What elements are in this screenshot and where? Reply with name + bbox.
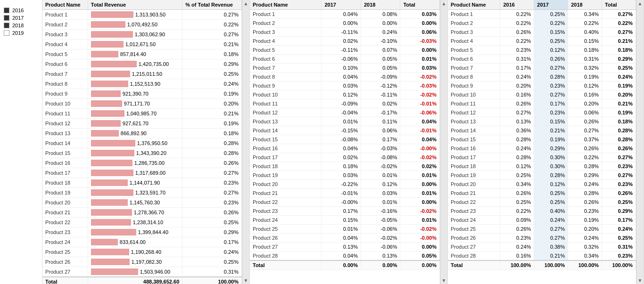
table-row: Product 23 0.17% -0.16% -0.02% bbox=[250, 207, 440, 216]
table2-scrollbar[interactable]: ▲ ▼ bbox=[440, 0, 447, 284]
total-cell: 0.05% bbox=[400, 252, 440, 261]
th2-2018[interactable]: 2018 bbox=[361, 0, 400, 10]
th1-pct[interactable]: % of Total Revenue bbox=[182, 0, 242, 10]
table1-container[interactable]: Product Name Total Revenue % of Total Re… bbox=[42, 0, 242, 284]
total-cell: 0.03% bbox=[400, 64, 440, 73]
pct-cell: 0.22% bbox=[182, 20, 242, 30]
total-row: Total 0.00% 0.00% 0.00% bbox=[250, 260, 440, 270]
y2016-cell: 0.16% bbox=[500, 252, 534, 261]
y2017-cell: 0.12% bbox=[534, 46, 568, 55]
revenue-cell: 1,190,268.40 bbox=[88, 247, 182, 257]
total-y2018: 0.00% bbox=[361, 260, 400, 270]
th1-name[interactable]: Product Name bbox=[42, 0, 88, 10]
table-row: Product 5 -0.11% 0.07% 0.00% bbox=[250, 46, 440, 55]
th2-name[interactable]: Product Name bbox=[250, 0, 322, 10]
product-name: Product 14 bbox=[42, 138, 88, 148]
y2017-cell: 0.01% bbox=[322, 225, 361, 234]
th2-total[interactable]: Total bbox=[400, 0, 440, 10]
th3-2017[interactable]: 2017 bbox=[534, 0, 568, 10]
pct-cell: 0.28% bbox=[182, 138, 242, 148]
y2018-cell: -0.12% bbox=[361, 81, 400, 90]
scroll-down-icon[interactable]: ▼ bbox=[244, 278, 248, 283]
y2017-cell: 0.25% bbox=[534, 10, 568, 19]
legend-item-2016[interactable]: 2016 bbox=[4, 8, 38, 13]
table-row: Product 7 1,215,011.50 0.25% bbox=[42, 69, 242, 79]
product-name: Product 18 bbox=[448, 162, 500, 171]
pct-cell: 0.21% bbox=[182, 40, 242, 49]
table1-scrollbar[interactable]: ▲ ▼ bbox=[242, 0, 249, 284]
table-row: Product 8 1,152,513.90 0.24% bbox=[42, 79, 242, 89]
scroll-up-icon2[interactable]: ▲ bbox=[442, 1, 446, 6]
th2-2017[interactable]: 2017 bbox=[322, 0, 361, 10]
th3-2018[interactable]: 2018 bbox=[568, 0, 602, 10]
y2017-cell: 0.19% bbox=[534, 135, 568, 144]
th3-name[interactable]: Product Name bbox=[448, 0, 500, 10]
y2017-cell: 0.40% bbox=[534, 207, 568, 216]
table-row: Product 22 1,238,314.10 0.25% bbox=[42, 218, 242, 227]
y2018-cell: 0.31% bbox=[568, 55, 602, 64]
table-row: Product 26 0.04% -0.02% -0.00% bbox=[250, 234, 440, 243]
table-row: Product 4 0.02% -0.10% -0.03% bbox=[250, 37, 440, 46]
revenue-cell: 1,197,082.30 bbox=[88, 257, 182, 267]
table-row: Product 12 927,621.70 0.19% bbox=[42, 119, 242, 129]
total-cell: 0.17% bbox=[602, 216, 636, 225]
table-row: Product 22 -0.00% 0.01% 0.00% bbox=[250, 198, 440, 207]
revenue-cell: 921,390.70 bbox=[88, 89, 182, 99]
product-name: Product 22 bbox=[448, 198, 500, 207]
panel-1: Product Name Total Revenue % of Total Re… bbox=[42, 0, 250, 284]
revenue-cell: 833,614.00 bbox=[88, 237, 182, 247]
legend-item-2018[interactable]: 2018 bbox=[4, 23, 38, 28]
table2-container[interactable]: Product Name 2017 2018 Total Product 1 0… bbox=[250, 0, 440, 284]
y2017-cell: -0.15% bbox=[322, 126, 361, 135]
table3-scrollbar[interactable]: ▲ ▼ bbox=[636, 0, 644, 284]
y2018-cell: 0.08% bbox=[361, 10, 400, 19]
pct-cell: 0.24% bbox=[182, 247, 242, 257]
scroll-down-icon3[interactable]: ▼ bbox=[638, 278, 643, 283]
product-name: Product 11 bbox=[42, 109, 88, 119]
table-row: Product 27 0.13% -0.06% 0.00% bbox=[250, 243, 440, 252]
total-cell: 0.24% bbox=[602, 73, 636, 81]
product-name: Product 5 bbox=[42, 49, 88, 59]
pct-cell: 0.27% bbox=[182, 188, 242, 198]
table-row: Product 8 0.24% 0.28% 0.19% 0.24% bbox=[448, 73, 636, 81]
product-name: Product 9 bbox=[250, 81, 322, 90]
table-row: Product 6 -0.06% 0.05% 0.01% bbox=[250, 55, 440, 64]
total-cell: 0.19% bbox=[602, 81, 636, 90]
total-cell: 0.23% bbox=[602, 252, 636, 261]
product-name: Product 19 bbox=[448, 171, 500, 180]
table-row: Product 25 0.01% -0.06% -0.02% bbox=[250, 225, 440, 234]
table-row: Product 15 1,343,390.20 0.28% bbox=[42, 148, 242, 158]
legend-item-2019[interactable]: 2019 bbox=[4, 30, 38, 36]
scroll-down-icon2[interactable]: ▼ bbox=[442, 278, 446, 283]
table-row: Product 17 0.02% -0.08% -0.02% bbox=[250, 153, 440, 162]
y2017-cell: 0.15% bbox=[322, 216, 361, 225]
y2018-cell: 0.26% bbox=[568, 198, 602, 207]
y2016-cell: 0.22% bbox=[500, 10, 534, 19]
th3-total[interactable]: Total bbox=[602, 0, 636, 10]
revenue-cell: 1,317,689.00 bbox=[88, 168, 182, 178]
total-cell: 0.00% bbox=[400, 19, 440, 28]
table-row: Product 18 1,144,071.90 0.23% bbox=[42, 178, 242, 188]
scroll-up-icon[interactable]: ▲ bbox=[244, 1, 248, 6]
total-cell: -0.06% bbox=[400, 108, 440, 117]
legend-item-2017[interactable]: 2017 bbox=[4, 15, 38, 21]
table3-container[interactable]: Product Name 2016 2017 2018 Total Produc… bbox=[448, 0, 636, 284]
product-name: Product 24 bbox=[42, 237, 88, 247]
y2017-cell: -0.11% bbox=[322, 46, 361, 55]
product-name: Product 26 bbox=[448, 234, 500, 243]
revenue-cell: 1,012,671.50 bbox=[88, 40, 182, 49]
y2018-cell: -0.11% bbox=[361, 90, 400, 99]
total-row: Total 488,389,652.60 100.00% bbox=[42, 277, 242, 284]
y2017-cell: 0.03% bbox=[322, 81, 361, 90]
total-cell: 0.23% bbox=[602, 180, 636, 189]
table-row: Product 9 0.20% 0.23% 0.12% 0.19% bbox=[448, 81, 636, 90]
revenue-cell: 1,070,492.50 bbox=[88, 20, 182, 30]
y2017-cell: 0.27% bbox=[534, 64, 568, 73]
th1-revenue[interactable]: Total Revenue bbox=[88, 0, 182, 10]
scroll-up-icon3[interactable]: ▲ bbox=[638, 1, 643, 6]
th3-2016[interactable]: 2016 bbox=[500, 0, 534, 10]
y2018-cell: 0.24% bbox=[568, 180, 602, 189]
y2016-cell: 0.23% bbox=[500, 46, 534, 55]
table-row: Product 4 1,012,671.50 0.21% bbox=[42, 40, 242, 49]
total-cell: 0.00% bbox=[400, 243, 440, 252]
